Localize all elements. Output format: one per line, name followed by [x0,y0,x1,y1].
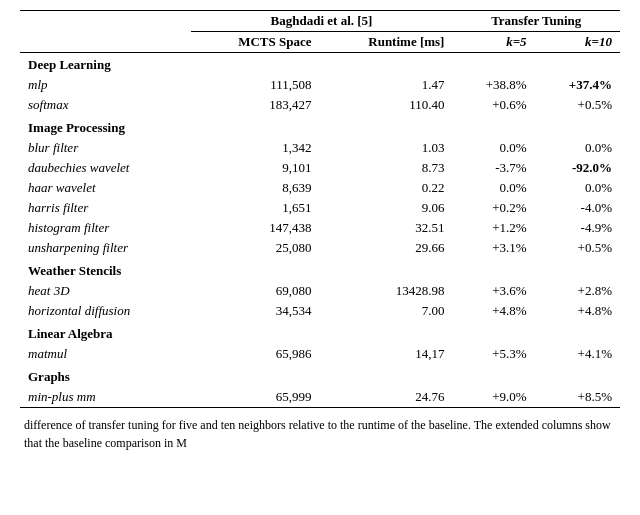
row-runtime: 7.00 [319,301,452,321]
row-k10: +2.8% [535,281,620,301]
row-name: haar wavelet [20,178,191,198]
col-header-row: MCTS Space Runtime [ms] k=5 k=10 [20,32,620,53]
mcts-col-header: MCTS Space [191,32,320,53]
row-runtime: 0.22 [319,178,452,198]
row-runtime: 1.03 [319,138,452,158]
row-runtime: 9.06 [319,198,452,218]
results-table: Baghdadi et al. [5] Transfer Tuning MCTS… [20,10,620,408]
row-runtime: 32.51 [319,218,452,238]
row-name: blur filter [20,138,191,158]
row-mcts: 34,534 [191,301,320,321]
row-k5: +1.2% [452,218,534,238]
table-row: blur filter 1,342 1.03 0.0% 0.0% [20,138,620,158]
section-header-row: Graphs [20,364,620,387]
baghdadi-group-header: Baghdadi et al. [5] [191,11,453,32]
table-row: daubechies wavelet 9,101 8.73 -3.7% -92.… [20,158,620,178]
row-k5: +0.6% [452,95,534,115]
row-mcts: 183,427 [191,95,320,115]
row-runtime: 13428.98 [319,281,452,301]
row-k10: +8.5% [535,387,620,408]
table-row: mlp 111,508 1.47 +38.8% +37.4% [20,75,620,95]
row-k5: +3.6% [452,281,534,301]
row-k5: +0.2% [452,198,534,218]
table-row: min-plus mm 65,999 24.76 +9.0% +8.5% [20,387,620,408]
row-runtime: 29.66 [319,238,452,258]
row-name: harris filter [20,198,191,218]
row-mcts: 65,999 [191,387,320,408]
row-k10: +4.8% [535,301,620,321]
runtime-col-header: Runtime [ms] [319,32,452,53]
row-name: histogram filter [20,218,191,238]
table-row: harris filter 1,651 9.06 +0.2% -4.0% [20,198,620,218]
section-title: Graphs [20,364,620,387]
section-header-row: Image Processing [20,115,620,138]
row-mcts: 1,342 [191,138,320,158]
section-title: Linear Algebra [20,321,620,344]
row-k10: +4.1% [535,344,620,364]
row-name: heat 3D [20,281,191,301]
row-k5: +5.3% [452,344,534,364]
table-row: horizontal diffusion 34,534 7.00 +4.8% +… [20,301,620,321]
row-k5: +4.8% [452,301,534,321]
table-row: softmax 183,427 110.40 +0.6% +0.5% [20,95,620,115]
row-k10: +37.4% [535,75,620,95]
row-k5: -3.7% [452,158,534,178]
name-col-header [20,32,191,53]
row-runtime: 110.40 [319,95,452,115]
row-runtime: 24.76 [319,387,452,408]
section-header-row: Weather Stencils [20,258,620,281]
row-k10: -92.0% [535,158,620,178]
transfer-tuning-group-header: Transfer Tuning [452,11,620,32]
table-caption: difference of transfer tuning for five a… [20,416,620,452]
table-row: histogram filter 147,438 32.51 +1.2% -4.… [20,218,620,238]
row-k10: +0.5% [535,95,620,115]
row-name: matmul [20,344,191,364]
table-row: heat 3D 69,080 13428.98 +3.6% +2.8% [20,281,620,301]
row-name: mlp [20,75,191,95]
row-runtime: 8.73 [319,158,452,178]
row-k10: +0.5% [535,238,620,258]
section-header-row: Deep Learning [20,53,620,76]
empty-header [20,11,191,32]
row-k10: -4.9% [535,218,620,238]
row-mcts: 111,508 [191,75,320,95]
row-name: horizontal diffusion [20,301,191,321]
row-mcts: 1,651 [191,198,320,218]
row-mcts: 8,639 [191,178,320,198]
section-title: Weather Stencils [20,258,620,281]
table-row: haar wavelet 8,639 0.22 0.0% 0.0% [20,178,620,198]
section-title: Image Processing [20,115,620,138]
row-name: softmax [20,95,191,115]
section-header-row: Linear Algebra [20,321,620,344]
row-name: daubechies wavelet [20,158,191,178]
row-mcts: 25,080 [191,238,320,258]
row-name: min-plus mm [20,387,191,408]
row-name: unsharpening filter [20,238,191,258]
row-mcts: 65,986 [191,344,320,364]
row-k5: +3.1% [452,238,534,258]
row-k5: +9.0% [452,387,534,408]
row-k5: +38.8% [452,75,534,95]
row-k5: 0.0% [452,178,534,198]
row-k10: -4.0% [535,198,620,218]
row-mcts: 9,101 [191,158,320,178]
table-row: unsharpening filter 25,080 29.66 +3.1% +… [20,238,620,258]
k5-col-header: k=5 [452,32,534,53]
k10-col-header: k=10 [535,32,620,53]
section-title: Deep Learning [20,53,620,76]
row-k5: 0.0% [452,138,534,158]
table-row: matmul 65,986 14,17 +5.3% +4.1% [20,344,620,364]
row-mcts: 147,438 [191,218,320,238]
row-runtime: 14,17 [319,344,452,364]
row-k10: 0.0% [535,178,620,198]
row-mcts: 69,080 [191,281,320,301]
col-group-row: Baghdadi et al. [5] Transfer Tuning [20,11,620,32]
row-k10: 0.0% [535,138,620,158]
row-runtime: 1.47 [319,75,452,95]
